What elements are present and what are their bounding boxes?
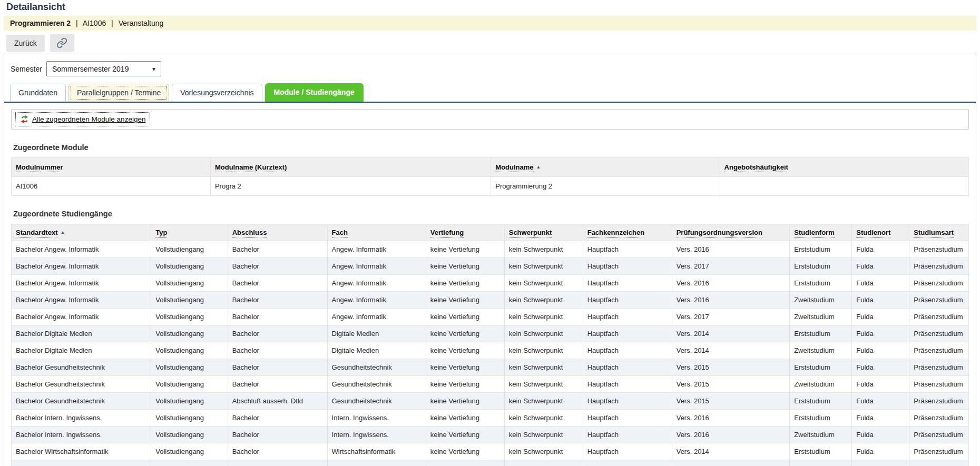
tab-content-container: Semester Sommersemester 2019 ▾ Grunddate…: [4, 54, 976, 466]
breadcrumb-separator: |: [76, 19, 78, 27]
column-header-label[interactable]: Prüfungsordnungsversion: [677, 229, 762, 237]
table-row: Bachelor WirtschaftsinformatikVollstudie…: [12, 460, 969, 466]
column-header-prufungsordnungsversion[interactable]: Prüfungsordnungsversion: [672, 224, 789, 241]
table-cell: Hauptfach: [583, 325, 672, 342]
table-cell: Präsenzstudium: [909, 376, 969, 393]
semester-label: Semester: [11, 65, 42, 73]
table-cell: keine Vertiefung: [426, 359, 504, 376]
table-row: Bachelor Intern. Ingwissens.Vollstudieng…: [12, 410, 969, 427]
column-header-standardtext[interactable]: Standardtext▲: [12, 224, 151, 241]
table-cell: Vers. 2016: [672, 275, 789, 292]
table-row: AI1006Progra 2Programmierung 2: [12, 177, 969, 196]
table-cell: Präsenzstudium: [909, 443, 969, 460]
table-cell: Vers. 2016: [672, 427, 789, 443]
tab-vorlesungsverzeichnis[interactable]: Vorlesungsverzeichnis: [172, 84, 262, 102]
table-cell: Vollstudiengang: [151, 309, 228, 325]
table-cell: Bachelor: [228, 443, 327, 460]
column-header-typ[interactable]: Typ: [151, 224, 228, 241]
column-header-label[interactable]: Studiumsart: [914, 229, 954, 237]
table-cell: Hauptfach: [583, 241, 672, 258]
table-cell: Bachelor: [228, 275, 327, 292]
table-cell: Zweitstudium: [790, 376, 852, 393]
tab-grunddaten[interactable]: Grunddaten: [10, 84, 66, 102]
table-cell: Vollstudiengang: [151, 460, 228, 466]
table-cell: [720, 177, 968, 196]
table-cell: Bachelor: [228, 241, 327, 258]
column-header-fachkennzeichen[interactable]: Fachkennzeichen: [583, 224, 672, 241]
table-cell: Vers. 2015: [672, 393, 789, 410]
column-header-label[interactable]: Fachkennzeichen: [587, 229, 644, 237]
table-cell: Präsenzstudium: [909, 427, 969, 443]
table-cell: Bachelor: [228, 359, 327, 376]
modules-table: ModulnummerModulname (Kurztext)Modulname…: [11, 157, 969, 196]
permalink-button[interactable]: [50, 34, 74, 52]
column-header-label[interactable]: Schwerpunkt: [509, 229, 552, 237]
column-header-schwerpunkt[interactable]: Schwerpunkt: [504, 224, 583, 241]
column-header-studienform[interactable]: Studienform: [790, 224, 852, 241]
column-header-label[interactable]: Vertiefung: [430, 229, 464, 237]
column-header-label[interactable]: Studienort: [856, 229, 890, 237]
column-header-label[interactable]: Abschluss: [232, 229, 267, 237]
column-header-modulnummer[interactable]: Modulnummer: [12, 158, 211, 177]
table-cell: Wirtschaftsinformatik: [327, 443, 426, 460]
back-button[interactable]: Zurück: [6, 35, 45, 52]
table-cell: Gesundheitstechnik: [327, 393, 426, 410]
table-cell: Präsenzstudium: [909, 258, 969, 275]
table-cell: Bachelor Gesundheitstechnik: [12, 376, 151, 393]
table-cell: Erststudium: [790, 258, 852, 275]
table-cell: Fulda: [852, 376, 909, 393]
chevron-down-icon: ▾: [152, 65, 155, 73]
table-cell: Vers. 2014: [672, 460, 789, 466]
column-header-studienort[interactable]: Studienort: [852, 224, 909, 241]
table-row: Bachelor Digitale MedienVollstudiengangB…: [12, 325, 969, 342]
table-cell: kein Schwerpunkt: [504, 275, 583, 292]
table-cell: Vers. 2015: [672, 376, 789, 393]
table-cell: Hauptfach: [583, 393, 672, 410]
table-cell: Zweitstudium: [790, 292, 852, 309]
table-cell: Erststudium: [790, 359, 852, 376]
table-cell: Vollstudiengang: [151, 258, 228, 275]
column-header-modulname[interactable]: Modulname▲: [491, 158, 720, 177]
table-cell: Fulda: [852, 443, 909, 460]
table-cell: Vollstudiengang: [151, 376, 228, 393]
table-cell: AI1006: [12, 177, 211, 196]
table-cell: Präsenzstudium: [909, 309, 969, 325]
column-header-modulname-kurztext[interactable]: Modulname (Kurztext): [210, 158, 491, 177]
table-cell: Bachelor Digitale Medien: [12, 325, 151, 342]
table-row: Bachelor GesundheitstechnikVollstudienga…: [12, 393, 969, 410]
table-row: Bachelor WirtschaftsinformatikVollstudie…: [12, 443, 969, 460]
column-header-label[interactable]: Fach: [332, 229, 348, 237]
column-header-label[interactable]: Modulname (Kurztext): [215, 163, 287, 172]
table-cell: Bachelor Wirtschaftsinformatik: [12, 443, 151, 460]
table-row: Bachelor GesundheitstechnikVollstudienga…: [12, 359, 969, 376]
table-cell: Digitale Medien: [327, 325, 426, 342]
show-all-modules-link[interactable]: Alle zugeordneten Module anzeigen: [15, 112, 150, 126]
column-header-label[interactable]: Modulnummer: [16, 163, 63, 172]
column-header-label[interactable]: Angebotshäufigkeit: [724, 163, 788, 172]
table-cell: keine Vertiefung: [426, 427, 504, 443]
table-cell: keine Vertiefung: [426, 241, 504, 258]
column-header-label[interactable]: Studienform: [794, 229, 835, 237]
table-cell: Vers. 2016: [672, 292, 789, 309]
column-header-fach[interactable]: Fach: [327, 224, 426, 241]
table-cell: kein Schwerpunkt: [504, 258, 583, 275]
table-cell: Bachelor: [228, 427, 327, 443]
table-cell: Vollstudiengang: [151, 410, 228, 427]
column-header-studiumsart[interactable]: Studiumsart: [909, 224, 969, 241]
tab-module-studiengange[interactable]: Module / Studiengänge: [265, 83, 364, 102]
column-header-abschluss[interactable]: Abschluss: [228, 224, 327, 241]
column-header-label[interactable]: Typ: [155, 229, 167, 237]
table-cell: Erststudium: [790, 325, 852, 342]
table-cell: Angew. Informatik: [327, 309, 426, 325]
semester-select[interactable]: Sommersemester 2019 ▾: [46, 61, 161, 76]
tab-parallelgruppen-termine[interactable]: Parallelgruppen / Termine: [68, 84, 169, 102]
column-header-vertiefung[interactable]: Vertiefung: [426, 224, 504, 241]
table-cell: Vollstudiengang: [151, 359, 228, 376]
table-cell: Hauptfach: [583, 309, 672, 325]
table-cell: Präsenzstudium: [909, 342, 969, 359]
table-cell: Gesundheitstechnik: [327, 359, 426, 376]
column-header-label[interactable]: Standardtext: [16, 229, 57, 237]
column-header-label[interactable]: Modulname: [495, 163, 533, 172]
column-header-angebotshaufigkeit[interactable]: Angebotshäufigkeit: [720, 158, 968, 177]
table-cell: Vers. 2016: [672, 241, 789, 258]
